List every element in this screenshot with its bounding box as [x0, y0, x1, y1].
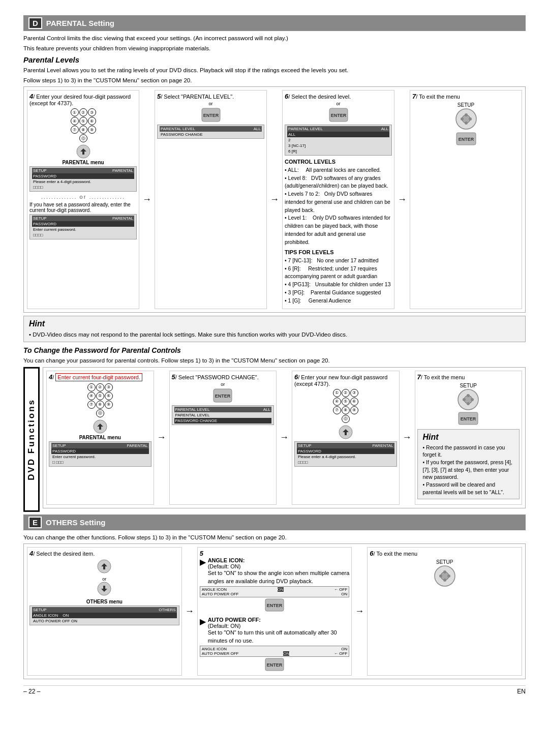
language-label: EN	[517, 688, 526, 695]
parental-levels-follow: Follow steps 1) to 3) in the "CUSTOM Men…	[23, 76, 526, 84]
section-e-title: OTHERS Setting	[46, 518, 106, 527]
svg-text:ENTER: ENTER	[458, 137, 474, 142]
parental-levels-heading: Parental Levels	[23, 55, 526, 64]
others-remote-down	[29, 559, 179, 574]
change-screen-1: SETUP PARENTAL PASSWORD Enter current pa…	[49, 441, 151, 467]
parental-hint-box: Hint • DVD-Video discs may not respond t…	[23, 316, 526, 342]
svg-text:ENTER: ENTER	[203, 113, 219, 118]
angle-icon-default: (Default: ON)	[208, 563, 350, 569]
change-parental-menu-label: PARENTAL menu	[49, 435, 151, 440]
tips-levels-heading: TIPS FOR LEVELS	[285, 248, 392, 257]
enter-illus-6: ENTER	[285, 107, 392, 124]
others-arrow-5-6: →	[355, 547, 364, 676]
section-d-intro2: This feature prevents your children from…	[23, 44, 526, 52]
svg-point-39	[443, 579, 446, 582]
num3: ③	[88, 108, 96, 116]
parental-menu-label-1: PARENTAL menu	[29, 160, 137, 165]
tip-r: • 6 [R]: Restricted; under 17 requires a…	[285, 265, 392, 281]
tips-levels-box: TIPS FOR LEVELS • 7 [NC-13]: No one unde…	[285, 248, 392, 305]
svg-text:ENTER: ENTER	[215, 394, 231, 399]
auto-power-arrow: ▶	[200, 617, 206, 626]
parental-step7: 7/ To exit the menu SETUP	[410, 90, 522, 309]
step5-number: 5	[157, 93, 161, 100]
auto-power-desc: Set to "ON" to turn this unit off automa…	[208, 629, 350, 645]
others-menu-label: OTHERS menu	[29, 599, 179, 604]
section-e-header: E OTHERS Setting	[23, 515, 526, 530]
section-d-letter: D	[28, 17, 42, 29]
or-text-5: or	[157, 101, 264, 106]
svg-text:ENTER: ENTER	[267, 662, 283, 668]
change-remote-down	[49, 419, 151, 435]
angle-enter-illus: ENTER	[200, 598, 350, 613]
control-level-all: • ALL: All parental locks are cancelled.	[285, 166, 392, 174]
parental-levels-steps: 4/ Enter your desired four-digit passwor…	[23, 86, 526, 313]
step4-text: Enter your desired four-digit password (…	[29, 94, 131, 106]
control-levels-box: CONTROL LEVELS • ALL: All parental locks…	[285, 158, 392, 246]
step7-number: 7	[412, 93, 416, 100]
parental-levels-intro: Parental Level allows you to set the rat…	[23, 66, 526, 74]
others-steps-row: 4/ Select the desired item. or OTHERS me…	[23, 543, 526, 679]
num1: ①	[71, 108, 79, 116]
svg-point-9	[465, 122, 468, 125]
change-setup-illus	[417, 388, 520, 412]
change-arrow-6-7: →	[403, 371, 412, 505]
section-e-letter: E	[28, 517, 42, 528]
password-change-screen: PARENTAL LEVEL ALL PARENTAL LEVEL PASSWO…	[172, 405, 274, 425]
change-step4: 4/ Enter current four-digit password. ① …	[46, 371, 154, 505]
change-step5: 5/ Select "PASSWORD CHANGE". or ENTER	[169, 371, 277, 505]
svg-point-38	[443, 570, 446, 573]
numpad-illus: ① ② ③ ④ ⑤ ⑥ ⑦ ⑧ ⑨ ⓪	[71, 108, 96, 142]
svg-text:ENTER: ENTER	[461, 416, 476, 421]
angle-icon-section: ▶ ANGLE ICON: (Default: ON) Set to "ON" …	[200, 557, 350, 613]
others-step6: 6/ To exit the menu SETUP	[367, 547, 522, 676]
page-number: – 22 –	[23, 688, 40, 695]
parental-level-screen-2: PARENTAL LEVEL ALL ALL 2 3 [NC-17] 6 [R]	[285, 125, 392, 156]
svg-text:ENTER: ENTER	[330, 113, 346, 118]
change-hint-title: Hint	[423, 433, 514, 442]
control-level-8: • Level 8: DVD softwares of any grades (…	[285, 174, 392, 191]
auto-power-label: AUTO POWER OFF:	[208, 617, 350, 623]
others-arrow-4-5: →	[185, 547, 194, 676]
tip-g: • 1 [G]: General Audience	[285, 297, 392, 305]
change-step7: 7/ To exit the menu SETUP	[415, 371, 523, 505]
num8: ⑧	[79, 126, 87, 134]
step6-text: Select the desired level.	[291, 94, 351, 100]
change-enter-label: ENTER	[417, 412, 520, 426]
svg-point-10	[461, 117, 464, 120]
svg-point-11	[469, 117, 472, 120]
num0: ⓪	[79, 134, 87, 142]
others-step4: 4/ Select the desired item. or OTHERS me…	[27, 547, 182, 676]
svg-point-22	[467, 394, 470, 397]
auto-power-screen: ANGLE ICON ON AUTO POWER OFF ON ← OFF	[200, 646, 350, 657]
control-levels-heading: CONTROL LEVELS	[285, 158, 392, 166]
hint-text-1: • DVD-Video discs may not respond to the…	[29, 330, 520, 339]
arrow-6-7: →	[398, 90, 407, 309]
others-setup-screen: SETUP OTHERS ANGLE ICON ON AUTO POWER OF…	[29, 606, 179, 625]
parental-level-screen: PARENTAL LEVEL ALL PASSWORD CHANGE	[157, 125, 264, 139]
num2: ②	[79, 108, 87, 116]
section-d-header: D PARENTAL Setting	[23, 15, 526, 31]
angle-icon-label: ANGLE ICON:	[208, 557, 350, 563]
others-step4-text: Select the desired item.	[36, 551, 95, 557]
svg-point-23	[467, 402, 470, 405]
or-divider-1: .............. or ..............	[29, 194, 137, 200]
angle-icon-desc: Set to "ON" to show the angle icon when …	[208, 569, 350, 585]
section-d-title: PARENTAL Setting	[46, 19, 114, 27]
step5-text: Select "PARENTAL LEVEL".	[164, 94, 234, 100]
hint-title-1: Hint	[29, 319, 520, 328]
change-password-intro: You can change your password for parenta…	[23, 356, 526, 365]
change-hint-item1: • Record the password in case you forget…	[423, 444, 514, 459]
others-setup-illus	[370, 565, 520, 588]
parental-step6: 6/ Select the desired level. or ENTER PA…	[282, 90, 394, 309]
control-level-7-2: • Levels 7 to 2: Only DVD softwares inte…	[285, 190, 392, 214]
change-setup-label: SETUP	[417, 383, 520, 388]
setup-label-7: SETUP	[412, 102, 520, 108]
change-hint-item3: • Password will be cleared and parental …	[423, 481, 514, 496]
num4: ④	[71, 117, 79, 125]
change-numpad-6: ① ② ③ ④ ⑤ ⑥ ⑦ ⑧ ⑨ ⓪	[333, 389, 358, 423]
change-arrow-5-6: →	[280, 371, 289, 505]
change-password-heading: To Change the Password for Parental Cont…	[23, 346, 526, 354]
tip-pg: • 3 [PG]: Parental Guidance suggested	[285, 289, 392, 297]
parental-screen-2: SETUP PARENTAL PASSWORD Enter current pa…	[29, 214, 137, 239]
change-numpad: ① ② ③ ④ ⑤ ⑥ ⑦ ⑧ ⑨ ⓪	[87, 383, 113, 417]
